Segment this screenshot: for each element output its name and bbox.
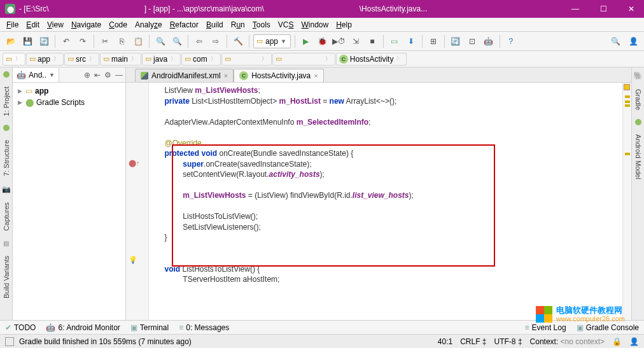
tab-todo[interactable]: ✔TODO bbox=[5, 323, 36, 332]
copy-icon[interactable]: ⎘ bbox=[115, 34, 129, 48]
crumb-root[interactable]: ▭〉 bbox=[3, 53, 25, 66]
cut-icon[interactable]: ✂ bbox=[98, 34, 112, 48]
crumb-app[interactable]: ▭app〉 bbox=[26, 53, 64, 66]
tab-hostsactivity[interactable]: C HostsActivity.java × bbox=[234, 69, 324, 82]
run-config-selector[interactable]: ▭ app ▼ bbox=[253, 34, 291, 48]
crumb-com[interactable]: ▭com〉 bbox=[181, 53, 221, 66]
replace-icon[interactable]: 🔍 bbox=[170, 34, 184, 48]
status-line-sep[interactable]: CRLF ‡ bbox=[460, 337, 486, 346]
menu-tools[interactable]: Tools bbox=[249, 19, 274, 31]
menu-edit[interactable]: Edit bbox=[22, 19, 43, 31]
tab-structure[interactable]: 7: Structure bbox=[2, 137, 11, 179]
close-tab-icon[interactable]: × bbox=[314, 72, 318, 80]
crumb-src[interactable]: ▭src〉 bbox=[64, 53, 99, 66]
project-tree[interactable]: ▶ ▭ app ▶ ⬤ Gradle Scripts bbox=[13, 83, 125, 111]
hide-icon[interactable]: ― bbox=[115, 71, 123, 80]
warning-marker[interactable] bbox=[625, 95, 630, 98]
forward-icon[interactable]: ⇨ bbox=[209, 34, 223, 48]
avd-icon[interactable]: ▭ bbox=[388, 34, 402, 48]
close-tab-icon[interactable]: × bbox=[224, 72, 228, 80]
crumb-pkg2[interactable]: ▭〉 bbox=[272, 53, 335, 66]
debug-icon[interactable]: 🐞 bbox=[316, 34, 330, 48]
scroll-target-icon[interactable]: ⊕ bbox=[84, 71, 90, 80]
tab-androidmanifest[interactable]: AndroidManifest.xml × bbox=[135, 69, 234, 82]
project-view-selector[interactable]: 🤖 And.. ▼ bbox=[13, 68, 59, 82]
chevron-right-icon[interactable]: ▶ bbox=[17, 88, 23, 94]
tab-gradle[interactable]: Gradle bbox=[634, 87, 643, 113]
title-seg2: ] - [app] - ...\app\src\main\java\com\ bbox=[144, 4, 264, 13]
run-icon[interactable]: ▶ bbox=[299, 34, 313, 48]
crumb-pkg1[interactable]: ▭〉 bbox=[221, 53, 272, 66]
tab-android-monitor[interactable]: 🤖6: Android Monitor bbox=[46, 323, 120, 332]
sdk-icon[interactable]: ⬇ bbox=[404, 34, 418, 48]
tab-terminal[interactable]: ▣Terminal bbox=[130, 323, 169, 332]
crumb-java[interactable]: ▭java〉 bbox=[142, 53, 181, 66]
search-everywhere-icon[interactable]: 🔍 bbox=[608, 34, 622, 48]
code-editor[interactable]: ListView m_ListViewHosts; private List<L… bbox=[149, 83, 622, 320]
lightbulb-icon[interactable]: 💡 bbox=[129, 256, 137, 264]
editor-gutter[interactable]: ⬤↑ 💡 bbox=[126, 83, 149, 320]
menu-analyze[interactable]: Analyze bbox=[131, 19, 166, 31]
tab-gradle-console[interactable]: ▣Gradle Console bbox=[577, 323, 639, 332]
marker-bar[interactable] bbox=[622, 83, 631, 320]
sync-icon[interactable]: 🔄 bbox=[37, 34, 51, 48]
menu-help[interactable]: Help bbox=[332, 19, 356, 31]
help-icon[interactable]: ? bbox=[504, 34, 518, 48]
status-context[interactable]: Context: <no context> bbox=[530, 337, 605, 346]
open-icon[interactable]: 📂 bbox=[4, 34, 18, 48]
menu-navigate[interactable]: Navigate bbox=[67, 19, 105, 31]
warning-marker[interactable] bbox=[625, 153, 630, 155]
menu-run[interactable]: Run bbox=[227, 19, 249, 31]
gear-icon[interactable]: ⚙ bbox=[104, 71, 111, 80]
tab-build-variants[interactable]: Build Variants bbox=[2, 253, 11, 301]
menu-vcs[interactable]: VCS bbox=[274, 19, 298, 31]
hector-icon[interactable]: 👤 bbox=[629, 337, 639, 346]
tree-node-gradle[interactable]: ▶ ⬤ Gradle Scripts bbox=[17, 97, 122, 108]
paste-icon[interactable]: 📋 bbox=[131, 34, 145, 48]
menu-refactor[interactable]: Refactor bbox=[166, 19, 202, 31]
analysis-status-icon[interactable] bbox=[624, 84, 630, 90]
editor-tabs: AndroidManifest.xml × C HostsActivity.ja… bbox=[126, 67, 631, 83]
menu-code[interactable]: Code bbox=[105, 19, 131, 31]
gradle-sync-icon[interactable]: 🔄 bbox=[449, 34, 463, 48]
gradle-icon: ⬤ bbox=[25, 98, 34, 107]
find-icon[interactable]: 🔍 bbox=[153, 34, 167, 48]
toolwindows-toggle-icon[interactable] bbox=[5, 337, 14, 346]
folder-icon: ▭ bbox=[276, 55, 282, 63]
warning-marker[interactable] bbox=[625, 104, 630, 107]
menu-view[interactable]: View bbox=[43, 19, 67, 31]
stop-icon[interactable]: ■ bbox=[365, 34, 379, 48]
profile-icon[interactable]: ▶⏱ bbox=[332, 34, 346, 48]
tab-captures[interactable]: Captures bbox=[2, 200, 11, 233]
menu-window[interactable]: Window bbox=[297, 19, 332, 31]
android-icon[interactable]: 🤖 bbox=[482, 34, 496, 48]
close-button[interactable]: ✕ bbox=[624, 4, 639, 13]
tab-android-model[interactable]: Android Model bbox=[634, 132, 643, 182]
tree-node-app[interactable]: ▶ ▭ app bbox=[17, 85, 122, 97]
back-icon[interactable]: ⇦ bbox=[192, 34, 206, 48]
menu-build[interactable]: Build bbox=[202, 19, 227, 31]
save-icon[interactable]: 💾 bbox=[20, 34, 34, 48]
collapse-icon[interactable]: ⇤ bbox=[94, 71, 101, 80]
warning-marker[interactable] bbox=[625, 101, 630, 103]
tab-messages[interactable]: ≡0: Messages bbox=[179, 323, 229, 332]
undo-icon[interactable]: ↶ bbox=[59, 34, 73, 48]
structure-icon[interactable]: ⊞ bbox=[426, 34, 440, 48]
make-icon[interactable]: 🔨 bbox=[231, 34, 245, 48]
menu-file[interactable]: File bbox=[3, 19, 22, 31]
user-icon[interactable]: 👤 bbox=[626, 34, 640, 48]
chevron-right-icon[interactable]: ▶ bbox=[17, 99, 23, 106]
layout-icon[interactable]: ⊡ bbox=[465, 34, 479, 48]
attach-icon[interactable]: ⇲ bbox=[349, 34, 363, 48]
lock-icon[interactable]: 🔒 bbox=[612, 337, 622, 346]
status-encoding[interactable]: UTF-8 ‡ bbox=[494, 337, 522, 346]
override-gutter-icon[interactable]: ⬤↑ bbox=[129, 159, 140, 167]
status-position[interactable]: 40:1 bbox=[438, 337, 452, 346]
tab-project[interactable]: 1: Project bbox=[2, 84, 11, 118]
maximize-button[interactable]: ☐ bbox=[596, 4, 611, 13]
redo-icon[interactable]: ↷ bbox=[76, 34, 90, 48]
crumb-file[interactable]: CHostsActivity〉 bbox=[336, 53, 407, 66]
crumb-main[interactable]: ▭main〉 bbox=[100, 53, 141, 66]
minimize-button[interactable]: ― bbox=[568, 4, 583, 13]
tab-event-log[interactable]: ≡Event Log bbox=[525, 323, 566, 332]
